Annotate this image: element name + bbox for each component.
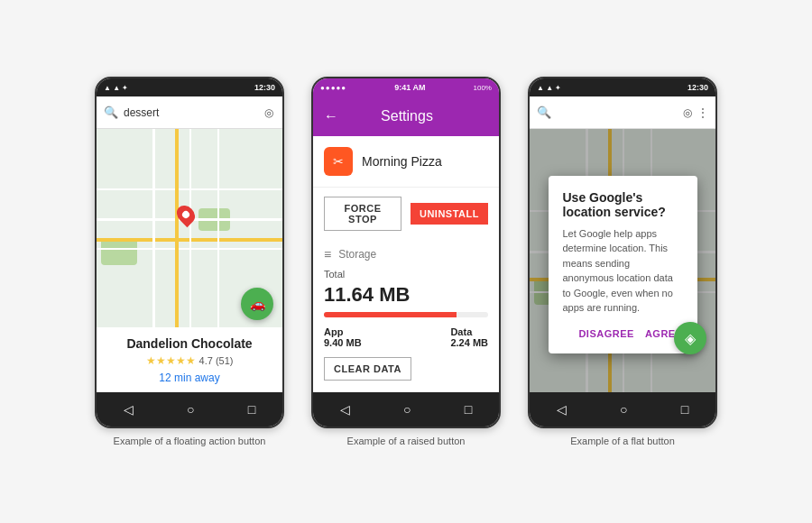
- phone1-navbar: ◁ ○ □: [97, 392, 282, 427]
- storage-icon: ≡: [324, 247, 331, 262]
- road-v1: [152, 129, 155, 327]
- app-name: Morning Pizza: [362, 154, 442, 169]
- road-v3: [217, 129, 219, 327]
- map-park1: [101, 238, 137, 265]
- data-size-detail: Data 2.24 MB: [450, 326, 488, 348]
- phone1-map: 🚗: [97, 129, 282, 327]
- app-row: ✂ Morning Pizza: [313, 136, 499, 188]
- app-icon: ✂: [324, 147, 353, 176]
- dialog-actions: DISAGREE AGREE: [563, 328, 683, 339]
- storage-bar: [324, 312, 488, 317]
- phone2-navbar: ◁ ○ □: [313, 392, 499, 427]
- fab-icon: 🚗: [250, 297, 265, 311]
- storage-bar-fill: [324, 312, 457, 317]
- phone3-fab[interactable]: ◈: [674, 322, 706, 354]
- storage-total-label: Total: [313, 265, 499, 283]
- map-pin-icon: [173, 201, 198, 226]
- app-size-value: 9.40 MB: [324, 337, 362, 348]
- search-icon: 🔍: [104, 106, 118, 119]
- recents-nav2-icon[interactable]: □: [465, 402, 472, 417]
- home-nav2-icon[interactable]: ○: [403, 402, 411, 417]
- phone1-wrapper: ▲ ▲ ✦ 12:30 🔍 ◎ ⋮: [95, 77, 284, 446]
- storage-label: Storage: [338, 248, 376, 261]
- floating-action-button[interactable]: 🚗: [241, 288, 273, 320]
- recents-nav-icon[interactable]: □: [248, 402, 255, 417]
- place-rating-row: ★★★★★ 4.7 (51): [106, 354, 273, 367]
- phone1-statusbar: ▲ ▲ ✦ 12:30: [97, 78, 282, 96]
- phone3-map: Use Google's location service? Let Googl…: [530, 129, 715, 399]
- phone2-time: 9:41 AM: [394, 83, 425, 92]
- back-nav3-icon[interactable]: ◁: [557, 402, 567, 417]
- phone2-status-dots: ●●●●●: [320, 84, 346, 92]
- stars: ★★★★★: [146, 354, 196, 367]
- more3-icon: ⋮: [697, 106, 708, 119]
- app-size-detail: App 9.40 MB: [324, 326, 362, 348]
- home-nav3-icon[interactable]: ○: [620, 402, 627, 417]
- more-icon: ⋮: [279, 106, 284, 119]
- location-icon: ◎: [264, 106, 273, 119]
- phone3-searchbar[interactable]: 🔍 ◎ ⋮: [530, 96, 715, 129]
- disagree-button[interactable]: DISAGREE: [578, 328, 633, 339]
- road-v2: [189, 129, 191, 327]
- phone3-statusbar: ▲ ▲ ✦ 12:30: [530, 78, 715, 96]
- phone3-caption: Example of a flat button: [570, 436, 675, 446]
- place-name: Dandelion Chocolate: [106, 336, 273, 351]
- phone3: ▲ ▲ ✦ 12:30 🔍 ◎ ⋮: [528, 77, 717, 428]
- map-pin: [178, 205, 194, 225]
- app-label: App: [324, 326, 362, 337]
- phone3-time: 12:30: [687, 83, 708, 92]
- dialog-overlay: Use Google's location service? Let Googl…: [530, 129, 715, 399]
- phone1: ▲ ▲ ✦ 12:30 🔍 ◎ ⋮: [95, 77, 284, 428]
- phone2-statusbar: ●●●●● 9:41 AM 100%: [313, 78, 499, 96]
- phone3-wrapper: ▲ ▲ ✦ 12:30 🔍 ◎ ⋮: [528, 77, 717, 446]
- rating-text: 4.7 (51): [199, 355, 234, 366]
- fab3-icon: ◈: [685, 330, 696, 347]
- phone2-caption: Example of a raised button: [347, 436, 466, 446]
- location-dialog: Use Google's location service? Let Googl…: [549, 176, 697, 353]
- search-input[interactable]: [124, 106, 259, 119]
- storage-total-value: 11.64 MB: [313, 283, 499, 307]
- recents-nav3-icon[interactable]: □: [681, 402, 688, 417]
- home-nav-icon[interactable]: ○: [187, 402, 194, 417]
- storage-section-header: ≡ Storage: [313, 240, 499, 265]
- phone1-searchbar[interactable]: 🔍 ◎ ⋮: [97, 96, 282, 129]
- storage-bar-wrap: [313, 307, 499, 323]
- phone1-caption: Example of a floating action button: [114, 436, 266, 446]
- data-size-value: 2.24 MB: [450, 337, 488, 348]
- data-label: Data: [450, 326, 488, 337]
- time-away: 12 min away: [106, 372, 273, 384]
- force-stop-button[interactable]: FORCE STOP: [324, 197, 401, 231]
- data-usage-total-value: 3.58 MB: [324, 427, 488, 428]
- uninstall-button[interactable]: UNINSTALL: [411, 203, 488, 225]
- phone2-battery: 100%: [474, 84, 492, 92]
- phone3-navbar: ◁ ○ □: [530, 392, 715, 427]
- back-button[interactable]: ←: [324, 108, 338, 124]
- dialog-body: Let Google help apps determine location.…: [563, 226, 683, 316]
- dialog-title: Use Google's location service?: [563, 190, 683, 219]
- phone2-wrapper: ●●●●● 9:41 AM 100% ← Settings ✂ Morning …: [311, 77, 501, 446]
- settings-title: Settings: [347, 108, 466, 124]
- phone1-info: Dandelion Chocolate ★★★★★ 4.7 (51) 12 mi…: [97, 327, 282, 393]
- phone2-topbar: ← Settings: [313, 96, 499, 136]
- phone1-status-icons: ▲ ▲ ✦: [104, 84, 128, 92]
- back-nav2-icon[interactable]: ◁: [340, 402, 350, 417]
- main-container: ▲ ▲ ✦ 12:30 🔍 ◎ ⋮: [77, 59, 735, 464]
- pizza-icon: ✂: [333, 154, 344, 169]
- phone2: ●●●●● 9:41 AM 100% ← Settings ✂ Morning …: [311, 77, 501, 428]
- road-v4: [175, 129, 179, 327]
- phone3-status-icons: ▲ ▲ ✦: [537, 84, 561, 92]
- clear-data-button[interactable]: CLEAR DATA: [324, 357, 411, 381]
- search3-icon: 🔍: [537, 106, 551, 119]
- location3-icon: ◎: [683, 106, 692, 119]
- storage-details: App 9.40 MB Data 2.24 MB: [313, 323, 499, 352]
- back-nav-icon[interactable]: ◁: [124, 402, 134, 417]
- app-action-buttons: FORCE STOP UNINSTALL: [313, 188, 499, 240]
- phone1-time: 12:30: [254, 83, 275, 92]
